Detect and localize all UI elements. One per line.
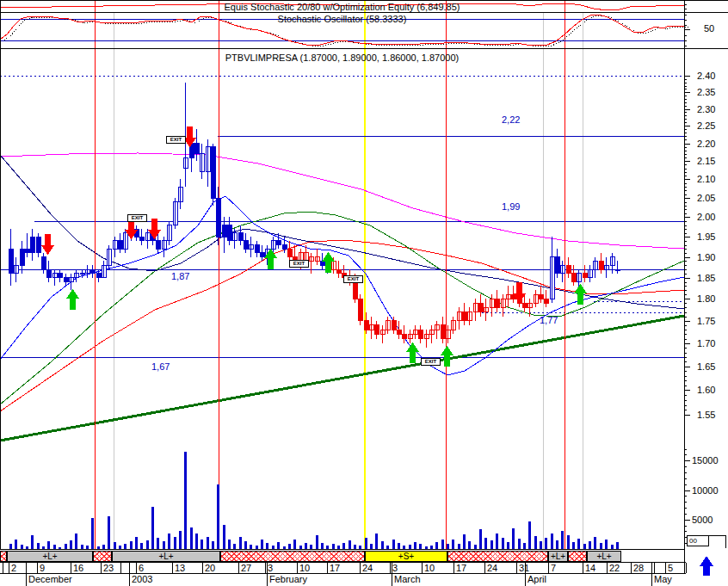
stochastic-title: Stochastic Oscillator (58.3333) (0, 14, 684, 24)
exit-signal-box: EXIT (421, 358, 441, 366)
month-label: February (269, 574, 307, 584)
price-axis-label: 1.65 (697, 361, 715, 372)
date-tick-label: 22 (609, 563, 620, 573)
price-axis-label: 1.75 (697, 316, 715, 326)
date-tick-label: 10 (424, 563, 435, 573)
date-tick-label: 16 (73, 563, 83, 573)
date-tick-label: 20 (205, 563, 215, 573)
scroll-up-arrow[interactable] (700, 556, 713, 576)
price-axis-label: 1.95 (697, 231, 715, 242)
equity-title: Equis Stochastic 20/80 w/Optimization Eq… (0, 2, 684, 12)
date-tick-label: 6 (139, 563, 144, 573)
signal-ribbon: +L++L++S++L++L+ (0, 551, 686, 562)
date-tick-label: 7 (551, 563, 556, 573)
ribbon-segment-long: +L+ (7, 551, 93, 562)
price-axis-label: 2.00 (697, 212, 715, 222)
month-label: December (28, 574, 72, 584)
date-tick-label: 13 (175, 563, 185, 573)
date-tick-label: 5 (668, 563, 673, 573)
exit-signal-box: EXIT (289, 260, 309, 268)
date-tick-label: 9 (40, 563, 45, 573)
price-axis-label: 2.30 (697, 104, 715, 114)
price-level-label: 1,87 (171, 271, 189, 281)
date-tick-label: 27 (241, 563, 251, 573)
price-axis-label: 1.90 (697, 252, 715, 262)
price-axis-label: 1.85 (697, 273, 715, 283)
ribbon-segment-short: +S+ (365, 551, 447, 562)
price-axis-label: 1.55 (697, 410, 715, 420)
month-label: May (654, 574, 672, 584)
price-axis-label: 1.60 (697, 385, 715, 395)
price-level-label: 1,99 (502, 201, 520, 212)
exit-signal-box: EXIT (166, 136, 186, 144)
volume-bars (9, 452, 619, 549)
date-tick-label: 31 (519, 563, 529, 573)
date-tick-label: 17 (330, 563, 340, 573)
date-tick-label: 3 (268, 563, 273, 573)
ribbon-segment-long: +L+ (587, 551, 621, 562)
date-tick-label: 24 (487, 563, 497, 573)
date-tick-label: 14 (585, 563, 595, 573)
stochastic-axis-label: 50 (704, 23, 714, 34)
scroll-thumb-box[interactable]: 00 (687, 535, 709, 546)
month-label: 2003 (132, 574, 152, 584)
date-tick-label: 23 (103, 563, 114, 573)
chart-canvas (0, 0, 728, 586)
price-axis-label: 1.80 (697, 293, 715, 304)
ribbon-segment-flat (447, 551, 548, 562)
ribbon-segment-flat (93, 551, 112, 562)
month-label: April (527, 574, 546, 584)
price-title: PTBVLIMPRESA (1.87000, 1.89000, 1.86000,… (0, 52, 684, 63)
metastock-chart-window: Equis Stochastic 20/80 w/Optimization Eq… (0, 0, 728, 586)
date-tick-label: 2 (11, 563, 16, 573)
exit-signal-box: EXIT (127, 214, 147, 222)
price-axis-label: 2.25 (697, 120, 715, 131)
date-tick-label: 24 (362, 563, 373, 573)
ribbon-segment-long: +L+ (112, 551, 220, 562)
exit-signal-box: EXIT (343, 275, 363, 283)
ribbon-segment-long: +L+ (548, 551, 568, 562)
price-axis-label: 2.15 (697, 156, 715, 166)
date-tick-label: 17 (456, 563, 466, 573)
price-axis-label: 2.05 (697, 193, 715, 203)
trendline (0, 316, 684, 441)
date-tick-label: 3 (392, 563, 398, 573)
price-axis-label: 2.40 (697, 71, 715, 81)
price-axis-label: 2.10 (697, 174, 715, 184)
ma-magenta (0, 153, 684, 249)
price-level-label: 1,67 (151, 361, 170, 372)
price-level-label: 1,77 (540, 315, 558, 325)
month-label: March (394, 574, 421, 584)
volume-axis-label: 15000 (692, 455, 719, 466)
price-axis-label: 1.70 (697, 338, 715, 349)
ribbon-segment-flat (220, 551, 365, 562)
date-tick-label: 10 (299, 563, 310, 573)
ribbon-segment-flat (0, 551, 7, 562)
ribbon-segment-flat (568, 551, 587, 562)
date-tick-label: 28 (633, 563, 644, 573)
volume-axis-label: 10000 (692, 485, 719, 496)
price-axis-label: 2.20 (697, 139, 715, 149)
candlesticks (9, 83, 620, 348)
volume-axis-label: 5000 (692, 515, 713, 525)
price-level-label: 2,22 (502, 114, 520, 125)
price-axis-label: 2.35 (697, 87, 715, 97)
